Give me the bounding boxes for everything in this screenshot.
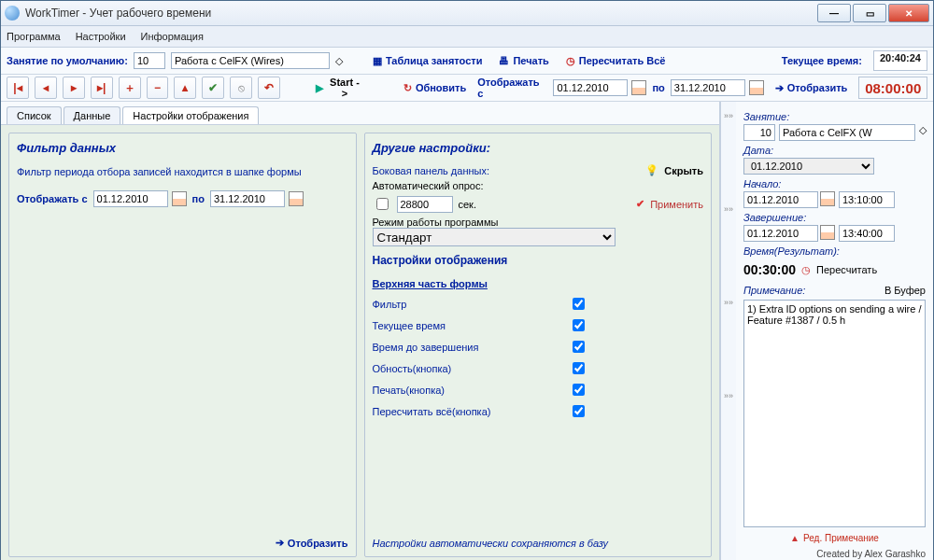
start-button[interactable]: ▶Start -> — [310, 76, 368, 100]
apply-button[interactable]: Применить — [650, 199, 703, 210]
calendar-icon[interactable] — [820, 225, 835, 240]
other-title: Другие настройки: — [373, 141, 704, 155]
refresh-button[interactable]: ↻Обновить — [398, 81, 472, 95]
up-button[interactable]: ▴ — [174, 77, 196, 99]
side-end-time[interactable] — [839, 225, 895, 242]
current-time-value: 20:40:24 — [873, 50, 927, 71]
calendar-icon[interactable] — [631, 80, 646, 95]
calendar-icon[interactable] — [820, 191, 835, 206]
hide-button[interactable]: Скрыть — [664, 165, 703, 176]
seconds-label: сек. — [459, 199, 477, 210]
chevron-right-icon: »» — [724, 391, 733, 400]
remove-button[interactable]: − — [147, 77, 169, 99]
eraser-icon[interactable]: ◇ — [919, 124, 927, 141]
auto-poll-label: Автоматический опрос: — [373, 180, 704, 191]
cancel-button[interactable]: ⦸ — [230, 77, 252, 99]
side-recalc-button[interactable]: Пересчитать — [816, 264, 877, 275]
show-button[interactable]: ➔Отобразить — [770, 81, 854, 95]
minimize-button[interactable]: — — [817, 4, 851, 22]
calendar-icon[interactable] — [289, 191, 304, 206]
last-button[interactable]: ▸| — [91, 77, 113, 99]
side-end-date[interactable] — [743, 225, 818, 242]
filter-from-label: Отображать с — [17, 193, 88, 204]
to-buffer-button[interactable]: В Буфер — [884, 285, 926, 296]
side-task-label: Занятие: — [743, 111, 926, 122]
side-task-name[interactable] — [779, 124, 915, 141]
side-end-label: Завершение: — [743, 212, 926, 223]
filter-show-button[interactable]: ➔Отобразить — [17, 537, 348, 549]
print-button[interactable]: 🖶Печать — [493, 54, 554, 67]
chevron-right-icon: »» — [724, 204, 733, 214]
top-form-header: Верхняя часть формы — [373, 278, 704, 289]
sidebar: Занятие: ◇ Дата: 01.12.2010 Начало: Заве… — [736, 102, 933, 560]
side-start-label: Начало: — [743, 178, 926, 189]
auto-poll-input[interactable] — [397, 196, 453, 213]
ok-button[interactable]: ✔ — [202, 77, 224, 99]
show-from-label: Отображать с — [477, 77, 547, 99]
chk-curtime-label: Текущее время — [373, 320, 446, 331]
default-task-label: Занятие по умолчанию: — [7, 55, 128, 66]
countdown-value: 08:00:00 — [858, 77, 927, 99]
eraser-icon[interactable]: ◇ — [335, 55, 343, 67]
menubar: Программа Настройки Информация — [1, 26, 933, 48]
app-icon — [5, 6, 20, 21]
side-start-date[interactable] — [743, 191, 818, 208]
filter-title: Фильтр данных — [17, 141, 348, 155]
table-icon: ▦ — [373, 55, 382, 67]
mode-select[interactable]: Стандарт — [373, 228, 616, 246]
chk-curtime[interactable] — [573, 319, 585, 331]
toolbar-nav: |◂ ◂ ▸ ▸| ＋ − ▴ ✔ ⦸ ↶ ▶Start -> ↻Обновит… — [1, 75, 933, 102]
other-settings-pane: Другие настройки: Боковая панель данных:… — [364, 133, 713, 557]
up-triangle-icon: ▲ — [790, 533, 800, 543]
check-icon: ✔ — [636, 198, 644, 210]
filter-date-to[interactable] — [210, 190, 285, 207]
titlebar: WorkTimer - Учет рабочего времени — ▭ ✕ — [1, 1, 933, 26]
prev-button[interactable]: ◂ — [35, 77, 57, 99]
chevron-right-icon: »» — [724, 298, 733, 307]
auto-poll-checkbox[interactable] — [376, 198, 389, 210]
note-textarea[interactable]: 1) Extra ID options on sending a wire / … — [743, 300, 926, 527]
recalc-all-button[interactable]: ◷Пересчитать Всё — [560, 54, 672, 68]
chk-recalc[interactable] — [573, 405, 585, 417]
side-collapse[interactable]: »» »» »» »» — [720, 102, 736, 560]
chk-obnost[interactable] — [573, 362, 585, 374]
filter-date-from[interactable] — [93, 190, 168, 207]
credit-label: Created by Alex Garashko — [743, 549, 926, 559]
calendar-icon[interactable] — [172, 191, 187, 206]
calendar-icon[interactable] — [749, 80, 764, 95]
default-task-name-input[interactable] — [171, 52, 330, 69]
tab-data[interactable]: Данные — [64, 106, 121, 124]
tabs: Список Данные Настройки отображения — [1, 102, 719, 125]
display-settings-header: Настройки отображения — [373, 254, 704, 267]
menu-settings[interactable]: Настройки — [76, 31, 126, 42]
close-button[interactable]: ✕ — [888, 4, 929, 22]
play-icon: ▶ — [316, 82, 323, 94]
side-note-label: Примечание: — [743, 285, 805, 296]
chk-endtime[interactable] — [573, 341, 585, 353]
undo-button[interactable]: ↶ — [258, 77, 280, 99]
edit-note-button[interactable]: ▲Ред. Примечание — [743, 533, 926, 543]
chk-filter[interactable] — [573, 298, 585, 310]
side-date-select[interactable]: 01.12.2010 — [743, 158, 874, 175]
tab-display-settings[interactable]: Настройки отображения — [122, 106, 259, 124]
tab-list[interactable]: Список — [7, 106, 62, 124]
chk-print[interactable] — [573, 384, 585, 396]
date-to-input[interactable] — [671, 79, 745, 96]
busy-table-button[interactable]: ▦Таблица занятости — [367, 54, 488, 68]
side-start-time[interactable] — [839, 191, 895, 208]
side-result-time: 00:30:00 — [743, 262, 796, 277]
default-task-id-input[interactable] — [134, 52, 165, 69]
autosave-hint: Настройки автоматически сохраняются в ба… — [373, 538, 704, 549]
bulb-icon: 💡 — [645, 164, 658, 176]
next-button[interactable]: ▸ — [63, 77, 85, 99]
menu-program[interactable]: Программа — [7, 31, 61, 42]
maximize-button[interactable]: ▭ — [853, 4, 886, 22]
add-button[interactable]: ＋ — [119, 77, 141, 99]
chk-recalc-label: Пересчитать всё(кнопка) — [373, 406, 491, 417]
current-time-label: Текущее время: — [782, 55, 862, 66]
side-date-label: Дата: — [743, 145, 926, 156]
side-task-id[interactable] — [743, 124, 775, 141]
menu-info[interactable]: Информация — [141, 31, 204, 42]
date-from-input[interactable] — [553, 79, 628, 96]
first-button[interactable]: |◂ — [7, 77, 29, 99]
